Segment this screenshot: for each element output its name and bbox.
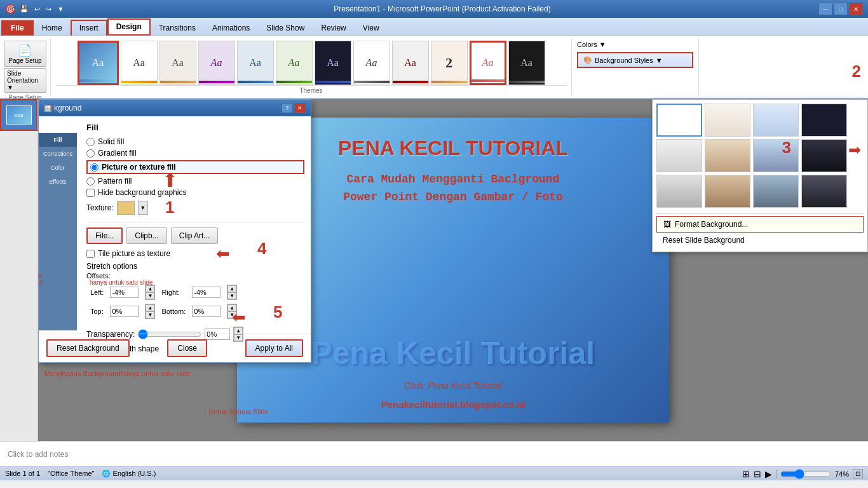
top-offset-input[interactable]: [110, 306, 139, 317]
dialog-controls[interactable]: ? ✕: [281, 103, 306, 113]
tab-view[interactable]: View: [355, 20, 388, 36]
view-reading-icon[interactable]: ▶: [765, 469, 772, 479]
solid-fill-option[interactable]: Solid fill: [86, 137, 304, 146]
bottom-down-btn[interactable]: ▼: [227, 311, 236, 318]
top-up-btn[interactable]: ▲: [146, 304, 154, 311]
stretch-options-label: Stretch options: [86, 262, 304, 271]
bg-style-6[interactable]: [705, 139, 750, 172]
zoom-level: 74%: [835, 470, 849, 478]
close-btn[interactable]: ✕: [849, 3, 863, 15]
view-normal-icon[interactable]: ⊞: [742, 469, 750, 479]
tab-review[interactable]: Review: [313, 20, 354, 36]
bg-style-9[interactable]: [656, 175, 702, 208]
texture-dropdown[interactable]: ▼: [138, 201, 148, 215]
bg-style-5[interactable]: [656, 139, 702, 172]
theme-3[interactable]: Aa: [159, 41, 196, 85]
bg-style-3[interactable]: [753, 104, 799, 137]
gradient-fill-option[interactable]: Gradient fill: [86, 149, 304, 158]
dialog-nav-fill[interactable]: Fill: [39, 133, 77, 147]
dialog-nav-effects[interactable]: Effects: [39, 175, 77, 189]
left-up-btn[interactable]: ▲: [146, 285, 154, 292]
tab-home[interactable]: Home: [34, 20, 71, 36]
theme-1[interactable]: Aa: [78, 41, 119, 85]
window-controls[interactable]: ─ □ ✕: [818, 3, 863, 15]
reset-slide-bg-menu-item[interactable]: Reset Slide Background: [656, 233, 864, 248]
dialog-close-footer-btn[interactable]: Close: [167, 339, 207, 357]
left-down-btn[interactable]: ▼: [146, 292, 154, 299]
solid-fill-radio[interactable]: [86, 138, 95, 146]
bg-style-10[interactable]: [705, 175, 750, 208]
bottom-offset-input[interactable]: [192, 306, 220, 317]
tile-picture-checkbox[interactable]: [86, 250, 95, 258]
bg-style-1[interactable]: [656, 104, 702, 137]
dialog-close-btn[interactable]: ✕: [294, 103, 306, 113]
hide-background-option[interactable]: Hide background graphics: [86, 188, 304, 197]
pattern-fill-radio[interactable]: [86, 177, 95, 186]
bg-style-2[interactable]: [705, 104, 750, 137]
clip-art-btn[interactable]: Clip Art...: [171, 227, 219, 244]
right-offset-input[interactable]: [192, 287, 220, 298]
gradient-fill-radio[interactable]: [86, 149, 95, 158]
tab-file[interactable]: File: [1, 20, 34, 36]
bg-style-7[interactable]: [753, 139, 799, 172]
bg-style-11[interactable]: [753, 175, 799, 208]
theme-12[interactable]: Aa: [508, 41, 545, 85]
bottom-up-btn[interactable]: ▲: [227, 304, 236, 311]
fit-window-btn[interactable]: ⊡: [853, 469, 863, 478]
texture-row: Texture: ▼: [86, 201, 304, 215]
restore-btn[interactable]: □: [834, 3, 848, 15]
theme-2[interactable]: Aa: [121, 41, 158, 85]
status-left: Slide 1 of 1 "Office Theme" 🌐 English (U…: [5, 470, 156, 478]
theme-11[interactable]: Aa: [470, 41, 506, 85]
undo-qa-btn[interactable]: ↩: [32, 5, 42, 13]
bg-style-12[interactable]: [801, 175, 847, 208]
slide-orientation-btn[interactable]: Slide Orientation ▼: [4, 68, 46, 93]
tab-slideshow[interactable]: Slide Show: [258, 20, 313, 36]
dialog-nav-color[interactable]: Color: [39, 161, 77, 175]
dialog-nav-corrections[interactable]: Corrections: [39, 147, 77, 161]
pattern-fill-option[interactable]: Pattern fill: [86, 177, 304, 186]
theme-9[interactable]: Aa: [392, 41, 429, 85]
tab-transitions[interactable]: Transitions: [151, 20, 204, 36]
top-down-btn[interactable]: ▼: [146, 311, 154, 318]
hide-background-checkbox[interactable]: [86, 189, 95, 197]
redo-qa-btn[interactable]: ↪: [44, 5, 53, 13]
tab-animations[interactable]: Animations: [204, 20, 258, 36]
right-down-btn[interactable]: ▼: [227, 292, 236, 299]
more-qa-btn[interactable]: ▼: [55, 5, 66, 13]
left-offset-input[interactable]: [110, 287, 139, 298]
reset-background-btn[interactable]: Reset Background: [46, 339, 130, 357]
theme-10[interactable]: 2: [431, 41, 468, 85]
notes-placeholder[interactable]: Click to add notes: [8, 450, 68, 459]
picture-texture-radio[interactable]: [90, 163, 98, 172]
bg-style-4[interactable]: [801, 104, 847, 137]
quick-access-toolbar[interactable]: 🎯 💾 ↩ ↪ ▼: [5, 4, 66, 14]
theme-8[interactable]: Aa: [353, 41, 390, 85]
page-setup-btn[interactable]: 📄 Page Setup: [4, 41, 46, 67]
theme-4[interactable]: Aa: [198, 41, 235, 85]
tab-insert[interactable]: Insert: [71, 20, 107, 36]
file-btn[interactable]: File...: [86, 227, 123, 244]
minimize-btn[interactable]: ─: [818, 3, 832, 15]
dialog-help-btn[interactable]: ?: [281, 103, 293, 113]
background-styles-btn[interactable]: 🎨 Background Styles ▼: [577, 52, 693, 68]
slide-title: PENA KECIL TUTORIAL: [338, 137, 568, 160]
right-up-btn[interactable]: ▲: [227, 285, 236, 292]
texture-preview[interactable]: [117, 201, 135, 215]
notes-area[interactable]: Click to add notes: [0, 441, 868, 466]
theme-6[interactable]: Aa: [276, 41, 313, 85]
theme-5[interactable]: Aa: [237, 41, 274, 85]
save-qa-btn[interactable]: 💾: [18, 5, 31, 13]
tab-design[interactable]: Design: [107, 18, 151, 36]
theme-7[interactable]: Aa: [315, 41, 351, 85]
bg-style-8[interactable]: [801, 139, 847, 172]
tile-picture-option[interactable]: Tile picture as texture: [86, 249, 304, 258]
clipboard-btn[interactable]: Clipb...: [126, 227, 166, 244]
view-slide-sorter-icon[interactable]: ⊟: [754, 469, 761, 479]
zoom-slider[interactable]: [780, 469, 831, 479]
colors-btn[interactable]: Colors ▼: [577, 41, 693, 48]
format-background-menu-item[interactable]: 🖼 Format Background...: [656, 216, 864, 233]
apply-to-all-btn[interactable]: Apply to All: [245, 339, 303, 357]
picture-texture-option[interactable]: Picture or texture fill: [86, 160, 304, 174]
slide-thumb-1[interactable]: slide: [0, 99, 37, 131]
